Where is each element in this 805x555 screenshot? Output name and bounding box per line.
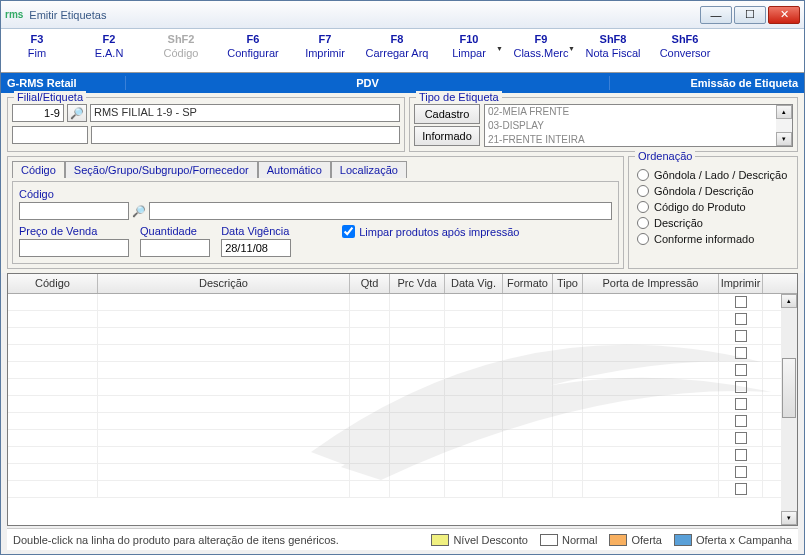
ord-radio-2[interactable] xyxy=(637,201,649,213)
scroll-down-icon[interactable]: ▾ xyxy=(776,132,792,146)
toolbar-conversor[interactable]: ShF6Conversor xyxy=(649,29,721,72)
table-row[interactable] xyxy=(8,396,781,413)
table-row[interactable] xyxy=(8,345,781,362)
toolbar-e-a-n[interactable]: F2E.A.N xyxy=(73,29,145,72)
imprimir-checkbox[interactable] xyxy=(735,449,747,461)
column-header[interactable]: Imprimir xyxy=(719,274,763,293)
table-row[interactable] xyxy=(8,447,781,464)
product-grid: CódigoDescriçãoQtdPrc VdaData Vig.Format… xyxy=(7,273,798,526)
data-label: Data Vigência xyxy=(221,225,291,237)
imprimir-checkbox[interactable] xyxy=(735,313,747,325)
informado-button[interactable]: Informado xyxy=(414,126,480,146)
tab-c-digo[interactable]: Código xyxy=(12,161,65,178)
quantidade-input[interactable] xyxy=(140,239,210,257)
imprimir-checkbox[interactable] xyxy=(735,330,747,342)
ord-radio-0[interactable] xyxy=(637,169,649,181)
tab-se-o-grupo-subgrupo-fornecedor[interactable]: Seção/Grupo/Subgrupo/Fornecedor xyxy=(65,161,258,178)
window-title: Emitir Etiquetas xyxy=(29,9,106,21)
filial-lookup-button[interactable]: 🔎 xyxy=(67,104,87,122)
codigo-lookup-button[interactable]: 🔎 xyxy=(132,205,146,218)
imprimir-checkbox[interactable] xyxy=(735,347,747,359)
minimize-button[interactable]: — xyxy=(700,6,732,24)
table-row[interactable] xyxy=(8,294,781,311)
column-header[interactable]: Qtd xyxy=(350,274,390,293)
preco-input[interactable] xyxy=(19,239,129,257)
imprimir-checkbox[interactable] xyxy=(735,296,747,308)
codigo-input[interactable] xyxy=(19,202,129,220)
ord-radio-3[interactable] xyxy=(637,217,649,229)
legend-swatch xyxy=(540,534,558,546)
cadastro-button[interactable]: Cadastro xyxy=(414,104,480,124)
list-item[interactable]: 21-FRENTE INTEIRA xyxy=(485,133,792,147)
imprimir-checkbox[interactable] xyxy=(735,364,747,376)
column-header[interactable]: Data Vig. xyxy=(445,274,503,293)
toolbar-nota-fiscal[interactable]: ShF8Nota Fiscal xyxy=(577,29,649,72)
column-header[interactable]: Tipo xyxy=(553,274,583,293)
ord-radio-4[interactable] xyxy=(637,233,649,245)
tipo-legend: Tipo de Etiqueta xyxy=(416,91,502,103)
list-item[interactable]: 03-DISPLAY xyxy=(485,119,792,133)
ord-label: Conforme informado xyxy=(654,233,754,245)
chevron-down-icon: ▼ xyxy=(496,45,503,52)
imprimir-checkbox[interactable] xyxy=(735,466,747,478)
etiqueta-code-input[interactable] xyxy=(12,126,88,144)
scroll-down-icon[interactable]: ▾ xyxy=(781,511,797,525)
toolbar-carregar-arq[interactable]: F8Carregar Arq xyxy=(361,29,433,72)
table-row[interactable] xyxy=(8,464,781,481)
toolbar-imprimir[interactable]: F7Imprimir xyxy=(289,29,361,72)
filial-desc-readout: RMS FILIAL 1-9 - SP xyxy=(90,104,400,122)
table-row[interactable] xyxy=(8,430,781,447)
legend-item: Nível Desconto xyxy=(431,534,528,546)
grid-scrollbar[interactable]: ▴ ▾ xyxy=(781,294,797,525)
close-icon: ✕ xyxy=(780,8,789,21)
table-row[interactable] xyxy=(8,413,781,430)
legend-item: Oferta xyxy=(609,534,662,546)
imprimir-checkbox[interactable] xyxy=(735,432,747,444)
ord-label: Gôndola / Lado / Descrição xyxy=(654,169,787,181)
statusbar: Double-click na linha do produto para al… xyxy=(7,528,798,550)
column-header[interactable]: Código xyxy=(8,274,98,293)
filial-group: Filial/Etiqueta 🔎 RMS FILIAL 1-9 - SP xyxy=(7,97,405,152)
imprimir-checkbox[interactable] xyxy=(735,381,747,393)
limpar-checkbox[interactable] xyxy=(342,225,355,238)
listbox-scrollbar[interactable]: ▴ ▾ xyxy=(776,105,792,146)
scroll-thumb[interactable] xyxy=(782,358,796,418)
maximize-button[interactable]: ☐ xyxy=(734,6,766,24)
column-header[interactable]: Descrição xyxy=(98,274,350,293)
minimize-icon: — xyxy=(711,9,722,21)
filial-code-input[interactable] xyxy=(12,104,64,122)
bluebar-left: G-RMS Retail xyxy=(7,77,117,89)
toolbar-limpar[interactable]: F10Limpar▼ xyxy=(433,29,505,72)
table-row[interactable] xyxy=(8,379,781,396)
column-header[interactable]: Prc Vda xyxy=(390,274,445,293)
imprimir-checkbox[interactable] xyxy=(735,398,747,410)
table-row[interactable] xyxy=(8,328,781,345)
legend-swatch xyxy=(431,534,449,546)
table-row[interactable] xyxy=(8,362,781,379)
imprimir-checkbox[interactable] xyxy=(735,415,747,427)
column-header[interactable]: Porta de Impressão xyxy=(583,274,719,293)
close-button[interactable]: ✕ xyxy=(768,6,800,24)
imprimir-checkbox[interactable] xyxy=(735,483,747,495)
toolbar-configurar[interactable]: F6Configurar xyxy=(217,29,289,72)
data-vigencia-input[interactable] xyxy=(221,239,291,257)
ord-label: Descrição xyxy=(654,217,703,229)
toolbar-fim[interactable]: F3Fim xyxy=(1,29,73,72)
tipo-listbox[interactable]: 02-MEIA FRENTE 03-DISPLAY 21-FRENTE INTE… xyxy=(484,104,793,147)
list-item[interactable]: 02-MEIA FRENTE xyxy=(485,105,792,119)
maximize-icon: ☐ xyxy=(745,8,755,21)
toolbar-class-merc[interactable]: F9Class.Merc▼ xyxy=(505,29,577,72)
tab-localiza-o[interactable]: Localização xyxy=(331,161,407,178)
codigo-label: Código xyxy=(19,188,612,200)
tab-autom-tico[interactable]: Automático xyxy=(258,161,331,178)
table-row[interactable] xyxy=(8,311,781,328)
column-header[interactable]: Formato xyxy=(503,274,553,293)
legend-swatch xyxy=(609,534,627,546)
ord-radio-1[interactable] xyxy=(637,185,649,197)
scroll-up-icon[interactable]: ▴ xyxy=(781,294,797,308)
table-row[interactable] xyxy=(8,481,781,498)
toolbar-c-digo: ShF2Código xyxy=(145,29,217,72)
scroll-up-icon[interactable]: ▴ xyxy=(776,105,792,119)
binoculars-icon: 🔎 xyxy=(132,205,146,217)
ord-label: Gôndola / Descrição xyxy=(654,185,754,197)
